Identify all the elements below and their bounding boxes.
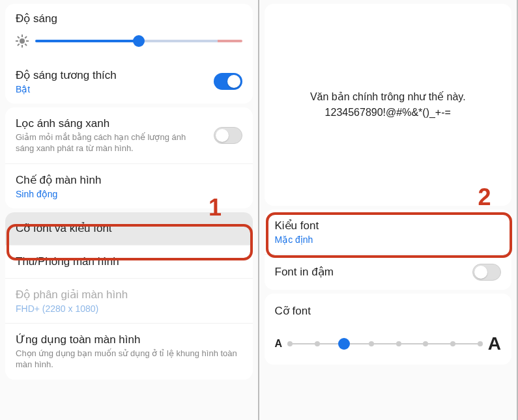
filter-mode-card: Lọc ánh sáng xanh Giảm mỏi mắt bằng cách… [5,107,253,208]
adaptive-title: Độ sáng tương thích [16,68,206,83]
font-large-a: A [488,333,501,354]
brightness-row: Độ sáng [5,4,253,59]
resolution-title: Độ phân giải màn hình [16,288,242,302]
brightness-slider[interactable] [16,35,242,48]
bluefilter-toggle[interactable] [214,127,242,144]
bold-font-row[interactable]: Font in đậm [265,255,512,290]
adaptive-status: Bật [16,84,206,94]
fullscreen-desc: Chọn ứng dụng bạn muốn sử dụng ở tỉ lệ k… [16,348,242,371]
bluefilter-title: Lọc ánh sáng xanh [16,117,206,131]
boldfont-toggle[interactable] [472,264,501,281]
screen-mode-row[interactable]: Chế độ màn hình Sinh động [5,164,253,208]
font-size-card: Cỡ font A A [265,294,512,365]
screenmode-title: Chế độ màn hình [16,173,242,188]
adaptive-brightness-row[interactable]: Độ sáng tương thích Bật [5,59,253,104]
fontstyle-value: Mặc định [275,234,502,245]
font-size-style-row[interactable]: Cỡ font và kiểu font [5,212,253,245]
brightness-title: Độ sáng [16,12,242,25]
display-options-card: Cỡ font và kiểu font Thu/Phóng màn hình … [5,212,253,380]
brightness-card: Độ sáng Độ sáng [5,4,253,104]
preview-area: Văn bản chính trông như thế này. 1234567… [265,4,512,206]
right-screen: Văn bản chính trông như thế này. 1234567… [259,0,519,420]
fontsize-title: Cỡ font [275,304,502,318]
fontsizestyle-title: Cỡ font và kiểu font [16,221,242,236]
fontstyle-title: Kiểu font [275,219,502,233]
zoom-title: Thu/Phóng màn hình [16,255,242,269]
preview-line-2: 1234567890!@#%&*()_+-= [325,105,451,120]
screen-zoom-row[interactable]: Thu/Phóng màn hình [5,245,253,279]
left-screen: Độ sáng Độ sáng [0,0,259,420]
preview-line-1: Văn bản chính trông như thế này. [310,89,466,105]
font-size-track[interactable] [290,343,480,344]
screenmode-value: Sinh động [16,189,242,199]
fullscreen-title: Ứng dụng toàn màn hình [16,333,242,347]
resolution-row: Độ phân giải màn hình FHD+ (2280 x 1080) [5,279,253,324]
resolution-value: FHD+ (2280 x 1080) [16,303,242,314]
blue-filter-row[interactable]: Lọc ánh sáng xanh Giảm mỏi mắt bằng cách… [5,107,253,164]
font-small-a: A [275,338,283,350]
boldfont-title: Font in đậm [275,265,465,279]
sun-icon [16,35,29,48]
font-size-slider[interactable]: A A [275,333,502,354]
adaptive-toggle[interactable] [214,73,242,90]
font-style-row[interactable]: Kiểu font Mặc định [265,210,512,255]
bluefilter-desc: Giảm mỏi mắt bằng cách hạn chế lượng ánh… [16,132,206,154]
brightness-thumb[interactable] [133,35,145,47]
font-options-card: Kiểu font Mặc định Font in đậm [265,210,512,290]
brightness-track[interactable] [35,40,242,42]
font-size-thumb[interactable] [338,338,350,350]
fullscreen-apps-row[interactable]: Ứng dụng toàn màn hình Chọn ứng dụng bạn… [5,324,253,380]
